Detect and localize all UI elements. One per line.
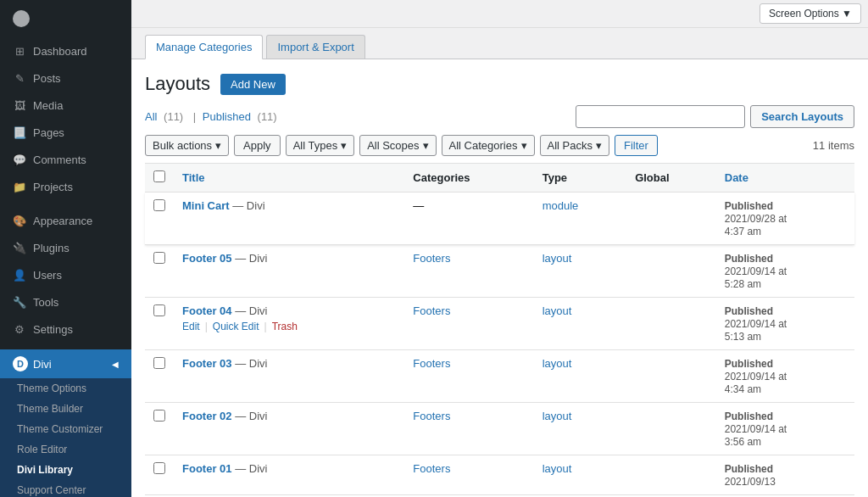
row-global-cell (626, 298, 716, 350)
row-global-cell (626, 245, 716, 298)
items-count: 11 items (813, 139, 854, 152)
all-packs-button[interactable]: All Packs ▾ (540, 135, 609, 156)
row-global-cell (626, 403, 716, 455)
row-checkbox[interactable] (153, 252, 165, 264)
row-checkbox[interactable] (153, 462, 165, 474)
th-date[interactable]: Date (716, 164, 854, 193)
row-category-link[interactable]: Footers (413, 304, 450, 317)
sidebar-item-media[interactable]: 🖼 Media (0, 92, 131, 119)
row-type-link[interactable]: layout (542, 304, 572, 317)
filter-all-link[interactable]: All (145, 110, 157, 123)
row-title-link[interactable]: Footer 01 (182, 462, 232, 475)
sidebar-item-label: Posts (33, 72, 61, 85)
sidebar-item-settings[interactable]: ⚙ Settings (0, 316, 131, 343)
row-date-val: 2021/09/14 at (725, 371, 787, 383)
row-checkbox[interactable] (153, 199, 165, 211)
sidebar-item-comments[interactable]: 💬 Comments (0, 146, 131, 173)
row-type-link[interactable]: layout (542, 462, 572, 475)
apply-button[interactable]: Apply (234, 135, 281, 156)
all-scopes-button[interactable]: All Scopes ▾ (359, 135, 436, 156)
sidebar-sub-theme-builder[interactable]: Theme Builder (0, 399, 131, 419)
row-action-trash[interactable]: Trash (272, 321, 298, 332)
row-category-link[interactable]: Footers (413, 410, 450, 422)
row-type-link[interactable]: layout (542, 252, 572, 265)
row-date-cell: Published2021/09/14 at4:34 am (716, 350, 854, 403)
bulk-actions-arrow-icon: ▾ (215, 139, 221, 152)
th-check (145, 164, 174, 193)
row-date-val: 2021/09/14 at (725, 423, 787, 435)
row-date-cell: Published2021/09/28 at4:37 am (716, 193, 854, 245)
search-button[interactable]: Search Layouts (750, 105, 854, 128)
sidebar-item-divi[interactable]: D Divi ◀ (0, 349, 131, 378)
sidebar-sub-divi-library[interactable]: Divi Library (0, 460, 131, 480)
sidebar-item-tools[interactable]: 🔧 Tools (0, 288, 131, 316)
sidebar-item-users[interactable]: 👤 Users (0, 261, 131, 288)
bulk-actions-button[interactable]: Bulk actions ▾ (145, 135, 229, 156)
sidebar-sub-support-center[interactable]: Support Center (0, 480, 131, 497)
sidebar-sub-role-editor[interactable]: Role Editor (0, 439, 131, 460)
row-type-link[interactable]: module (542, 199, 579, 212)
row-type-link[interactable]: layout (542, 357, 572, 370)
bulk-actions-label: Bulk actions (153, 139, 212, 152)
divi-logo-icon: D (13, 356, 28, 371)
filter-all-count: (11) (164, 110, 183, 123)
row-date-val: 2021/09/28 at (725, 213, 787, 225)
sidebar-item-pages[interactable]: 📃 Pages (0, 119, 131, 146)
row-categories-cell: Footers (404, 455, 533, 495)
row-category-link[interactable]: Footers (413, 252, 450, 265)
row-checkbox[interactable] (153, 410, 165, 422)
sidebar-item-plugins[interactable]: 🔌 Plugins (0, 234, 131, 261)
filter-sep: | (193, 110, 199, 123)
row-date-status: Published (725, 358, 773, 370)
screen-options-button[interactable]: Screen Options ▼ (760, 3, 861, 24)
search-input[interactable] (576, 105, 745, 128)
sidebar-item-label: Comments (33, 154, 86, 166)
row-date-val: 2021/09/14 at (725, 265, 787, 277)
divi-label: Divi (33, 358, 52, 371)
row-global-cell (626, 350, 716, 403)
row-title-link[interactable]: Mini Cart (182, 199, 230, 212)
row-actions: Edit|Quick Edit|Trash (182, 321, 396, 332)
divi-arrow-icon: ◀ (112, 360, 119, 369)
row-action-edit[interactable]: Edit (182, 321, 200, 332)
actions-row: Bulk actions ▾ Apply All Types ▾ All Sco… (145, 135, 854, 156)
search-row: Search Layouts (576, 105, 854, 128)
row-date-status: Published (725, 410, 773, 422)
page-title-row: Layouts Add New (145, 73, 854, 95)
row-date-time: 5:28 am (725, 278, 761, 290)
tab-import-export[interactable]: Import & Export (266, 35, 364, 59)
row-title-link[interactable]: Footer 05 (182, 252, 232, 265)
sidebar-item-posts[interactable]: ✎ Posts (0, 64, 131, 92)
sidebar-sub-theme-options[interactable]: Theme Options (0, 378, 131, 399)
row-date-cell: Published2021/09/14 at5:28 am (716, 245, 854, 298)
row-type-link[interactable]: layout (542, 410, 572, 422)
screen-options-bar: Screen Options ▼ (131, 0, 868, 28)
row-category-link[interactable]: Footers (413, 357, 450, 370)
th-title[interactable]: Title (174, 164, 404, 193)
row-title-link[interactable]: Footer 04 (182, 304, 232, 317)
tab-manage-categories[interactable]: Manage Categories (145, 35, 263, 59)
row-category-link[interactable]: Footers (413, 462, 450, 475)
row-type-cell: layout (534, 350, 626, 403)
row-title-link[interactable]: Footer 02 (182, 410, 232, 422)
row-title-suffix: — Divi (235, 462, 267, 475)
row-action-quick-edit[interactable]: Quick Edit (213, 321, 259, 332)
row-title-link[interactable]: Footer 03 (182, 357, 232, 370)
all-categories-button[interactable]: All Categories ▾ (442, 135, 535, 156)
sidebar-item-projects[interactable]: 📁 Projects (0, 173, 131, 200)
row-checkbox[interactable] (153, 357, 165, 369)
filter-published-link[interactable]: Published (203, 110, 251, 123)
sidebar-sub-theme-customizer[interactable]: Theme Customizer (0, 419, 131, 439)
row-global-cell (626, 193, 716, 245)
th-global: Global (626, 164, 716, 193)
sidebar-item-dashboard[interactable]: ⊞ Dashboard (0, 37, 131, 64)
row-date-cell: Published2021/09/13 (716, 455, 854, 495)
sidebar-item-appearance[interactable]: 🎨 Appearance (0, 207, 131, 234)
row-checkbox[interactable] (153, 304, 165, 316)
filter-button[interactable]: Filter (615, 135, 658, 156)
select-all-checkbox[interactable] (153, 170, 165, 182)
all-types-button[interactable]: All Types ▾ (286, 135, 355, 156)
row-date-status: Published (725, 253, 773, 265)
add-new-button[interactable]: Add New (220, 74, 286, 95)
sidebar-logo[interactable] (0, 0, 131, 37)
